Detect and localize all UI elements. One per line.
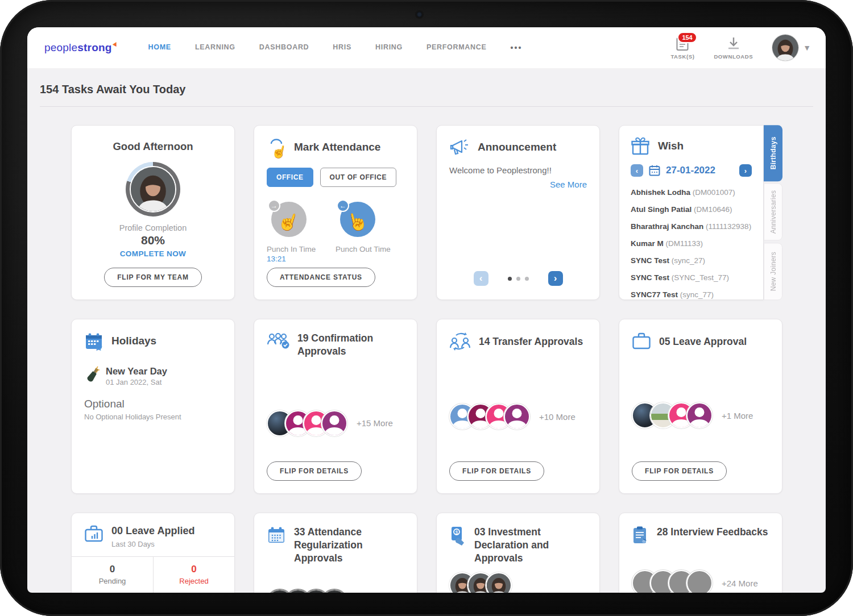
carousel-next-button[interactable]: › <box>548 271 563 286</box>
wish-list-item[interactable]: SYNC77 Test (sync_77) <box>631 286 752 303</box>
profile-completion-label: Profile Completion <box>119 223 187 232</box>
downloads-button[interactable]: DOWNLOADS <box>714 36 753 60</box>
more-count[interactable]: +1 More <box>722 411 753 421</box>
chevron-down-icon[interactable]: ▼ <box>803 43 811 52</box>
attendance-regularization-title: 33 Attendance Regularization Approvals <box>294 526 404 564</box>
leave-applied-subtitle: Last 30 Days <box>111 540 194 548</box>
attendance-regularization-card: 33 Attendance Regularization Approvals <box>254 513 417 593</box>
carousel-dot-1[interactable] <box>508 277 512 281</box>
interview-feedbacks-card: 28 Interview Feedbacks +24 More <box>619 513 782 593</box>
wish-list-item[interactable]: SYNC Test (SYNC_Test_77) <box>631 269 752 286</box>
pending-cell: 0 Pending <box>72 557 153 593</box>
nav-item-home[interactable]: HOME <box>148 43 171 52</box>
transfer-avatars: +10 More <box>449 403 587 430</box>
transfer-approvals-title: 14 Transfer Approvals <box>479 335 583 348</box>
carousel-dot-3[interactable] <box>525 277 529 281</box>
punch-in-time: 13:21 <box>267 255 336 263</box>
people-check-icon <box>267 332 289 350</box>
avatar <box>686 570 713 593</box>
wish-list-item[interactable]: Atul Singh Patial (DM10646) <box>631 201 752 218</box>
wish-tabs: Birthdays Anniversaries New Joiners <box>764 125 782 300</box>
flip-for-details-button[interactable]: FLIP FOR DETAILS <box>449 461 544 481</box>
more-count[interactable]: +15 More <box>357 418 393 428</box>
transfer-people-icon <box>449 332 471 351</box>
wish-next-button[interactable]: › <box>739 164 752 177</box>
carousel-dots <box>508 277 529 281</box>
wish-title: Wish <box>658 139 684 153</box>
avatar <box>486 572 512 593</box>
tasks-button[interactable]: 154 TASK(S) <box>670 36 694 60</box>
flip-for-my-team-button[interactable]: FLIP FOR MY TEAM <box>104 268 202 287</box>
announcement-carousel: ‹ › <box>449 271 587 287</box>
wish-list-item[interactable]: SYNC Test (sync_27) <box>631 252 752 269</box>
punch-in-icon[interactable]: ☝ → <box>271 202 307 237</box>
punch-out-block: ☝ ← Punch Out Time <box>336 202 404 263</box>
profile-avatar <box>130 166 176 213</box>
punch-in-arrow-icon: → <box>268 199 280 212</box>
leave-applied-title: 00 Leave Applied <box>111 525 194 536</box>
transfer-approvals-card: 14 Transfer Approvals +10 More FLIP FOR … <box>436 319 600 494</box>
brand-logo[interactable]: peoplestrong <box>44 41 117 54</box>
more-count[interactable]: +10 More <box>539 412 575 422</box>
nav-more-icon[interactable]: ••• <box>511 43 523 52</box>
nav-item-performance[interactable]: PERFORMANCE <box>426 43 487 52</box>
user-avatar[interactable] <box>772 35 798 61</box>
wish-main: Wish ‹ 27-01-2022 › Abhishek Lodha (D <box>619 125 764 300</box>
tab-anniversaries[interactable]: Anniversaries <box>764 183 782 240</box>
profile-menu[interactable]: ▼ <box>772 35 811 61</box>
profile-completion-value: 80% <box>141 234 165 247</box>
wish-card: Wish ‹ 27-01-2022 › Abhishek Lodha (D <box>619 125 782 300</box>
page-title: 154 Tasks Await You Today <box>40 83 813 107</box>
downloads-label: DOWNLOADS <box>714 53 753 60</box>
champagne-icon <box>84 366 100 383</box>
attendance-status-button[interactable]: ATTENDANCE STATUS <box>267 268 375 287</box>
leave-applied-table: 0 Pending 0 Rejected 0 0 <box>72 556 234 593</box>
briefcase-icon <box>632 332 651 350</box>
complete-now-link[interactable]: COMPLETE NOW <box>120 249 187 258</box>
tasks-label: TASK(S) <box>670 53 694 60</box>
tab-new-joiners[interactable]: New Joiners <box>764 243 782 300</box>
wish-list-item[interactable]: Abhishek Lodha (DM001007) <box>631 184 752 201</box>
carousel-dot-2[interactable] <box>516 277 520 281</box>
greeting-title: Good Afternoon <box>113 140 193 153</box>
holidays-card: ✩ Holidays New Year Day 01 Jan 2022, Sat <box>71 319 235 494</box>
see-more-link[interactable]: See More <box>449 180 587 189</box>
attendance-reg-avatars <box>267 589 404 593</box>
app-header: peoplestrong HOME LEARNING DASHBOARD HRI… <box>27 27 826 68</box>
tablet-camera <box>417 12 422 17</box>
confirmation-approvals-card: 19 Confirmation Approvals +15 More FLIP … <box>254 319 417 494</box>
holidays-title: Holidays <box>111 334 156 348</box>
flip-for-details-button[interactable]: FLIP FOR DETAILS <box>632 461 727 481</box>
confirmation-approvals-title: 19 Confirmation Approvals <box>297 332 404 358</box>
leave-approval-card: 05 Leave Approval +1 More FLIP FOR DETAI… <box>619 319 782 494</box>
out-of-office-button[interactable]: OUT OF OFFICE <box>320 168 396 187</box>
mark-attendance-title: Mark Attendance <box>294 140 380 155</box>
brand-text: peoplestrong <box>44 41 112 54</box>
nav-item-hris[interactable]: HRIS <box>333 43 351 52</box>
download-icon <box>727 36 740 51</box>
more-count[interactable]: +24 More <box>722 578 758 588</box>
punch-out-icon[interactable]: ☝ ← <box>340 202 375 237</box>
avatar <box>504 403 530 430</box>
office-button[interactable]: OFFICE <box>267 168 313 187</box>
megaphone-icon <box>449 138 470 156</box>
nav-item-dashboard[interactable]: DASHBOARD <box>259 43 309 52</box>
carousel-prev-button[interactable]: ‹ <box>474 271 488 286</box>
optional-text: No Optional Holidays Present <box>84 413 222 421</box>
app-screen: peoplestrong HOME LEARNING DASHBOARD HRI… <box>27 27 826 593</box>
nav-item-hiring[interactable]: HIRING <box>375 43 403 52</box>
nav-item-learning[interactable]: LEARNING <box>195 43 235 52</box>
wish-list-item[interactable]: Kumar M (DM11133) <box>631 235 752 252</box>
leave-applied-card: 00 Leave Applied Last 30 Days 0 Pending … <box>71 513 235 593</box>
wish-date: 27-01-2022 <box>666 165 715 176</box>
wish-prev-button[interactable]: ‹ <box>631 164 643 177</box>
flip-for-details-button[interactable]: FLIP FOR DETAILS <box>267 461 362 481</box>
wish-list-item[interactable]: Bharathraj Kanchan (1111132938) <box>631 218 752 235</box>
punch-out-label: Punch Out Time <box>336 245 404 253</box>
punch-out-arrow-icon: ← <box>337 199 349 212</box>
tab-birthdays[interactable]: Birthdays <box>764 125 782 181</box>
brand-mark-icon <box>113 42 117 47</box>
pending-value: 0 <box>76 564 148 575</box>
rejected-cell: 0 Rejected <box>153 557 234 593</box>
holiday-name: New Year Day <box>106 366 167 377</box>
